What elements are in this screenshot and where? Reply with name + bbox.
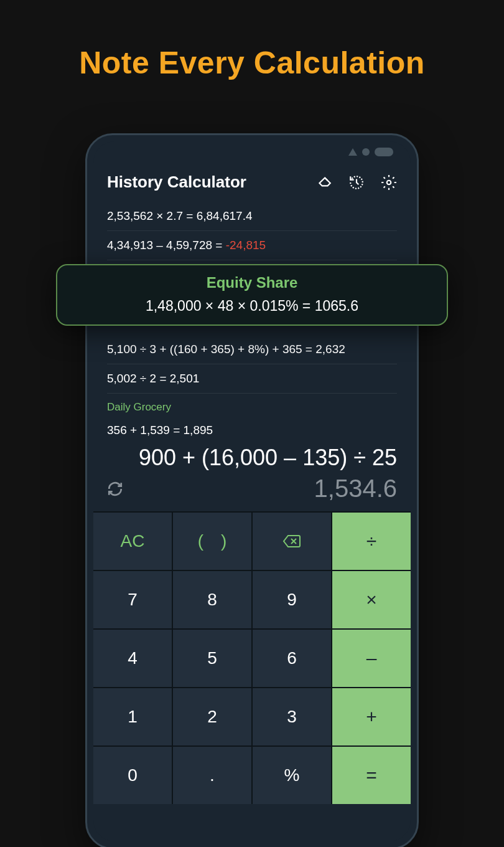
keypad: AC () ÷ 7 8 9 × 4 5 6 – 1 2 3 + 0 . % = [93, 511, 411, 804]
current-result: 1,534.6 [123, 475, 397, 503]
screen: History Calculator 2,53,562 × 2.7 = 6,84… [93, 141, 411, 841]
key-7[interactable]: 7 [93, 571, 172, 628]
calculation-expression: 1,48,000 × 48 × 0.015% = 1065.6 [72, 298, 432, 315]
history-row[interactable]: 4,34,913 – 4,59,728 = -24,815 [107, 231, 397, 260]
history-row[interactable]: 2,53,562 × 2.7 = 6,84,617.4 [107, 202, 397, 231]
current-calculation: 900 + (16,000 – 135) ÷ 25 1,534.6 [93, 445, 411, 511]
headline: Note Every Calculation [0, 0, 504, 81]
key-decimal[interactable]: . [173, 747, 251, 804]
settings-icon[interactable] [381, 174, 397, 191]
key-backspace[interactable] [253, 513, 331, 570]
phone-frame: History Calculator 2,53,562 × 2.7 = 6,84… [85, 133, 419, 847]
key-2[interactable]: 2 [173, 688, 251, 745]
history-note[interactable]: Daily Grocery [107, 394, 397, 416]
battery-icon [375, 148, 393, 156]
app-bar: History Calculator [93, 159, 411, 202]
refresh-icon[interactable] [107, 481, 123, 497]
app-title: History Calculator [107, 173, 300, 192]
key-6[interactable]: 6 [253, 630, 331, 687]
key-multiply[interactable]: × [332, 571, 411, 628]
key-add[interactable]: + [332, 688, 411, 745]
key-parentheses[interactable]: () [173, 513, 251, 570]
key-4[interactable]: 4 [93, 630, 172, 687]
key-8[interactable]: 8 [173, 571, 251, 628]
key-5[interactable]: 5 [173, 630, 251, 687]
current-expression: 900 + (16,000 – 135) ÷ 25 [107, 445, 397, 471]
key-subtract[interactable]: – [332, 630, 411, 687]
status-bar [93, 141, 411, 159]
history-row[interactable]: 356 + 1,539 = 1,895 [107, 416, 397, 445]
key-percent[interactable]: % [253, 747, 331, 804]
history-row[interactable]: 5,002 ÷ 2 = 2,501 [107, 364, 397, 394]
history-row[interactable]: 5,100 ÷ 3 + ((160 + 365) + 8%) + 365 = 2… [107, 335, 397, 364]
key-0[interactable]: 0 [93, 747, 172, 804]
key-1[interactable]: 1 [93, 688, 172, 745]
signal-icon [348, 148, 357, 156]
status-dot-icon [362, 148, 370, 156]
history-icon[interactable] [348, 174, 365, 191]
highlighted-calculation[interactable]: Equity Share 1,48,000 × 48 × 0.015% = 10… [56, 264, 448, 326]
backspace-icon [282, 534, 301, 548]
eraser-icon[interactable] [316, 174, 332, 191]
key-9[interactable]: 9 [253, 571, 331, 628]
key-3[interactable]: 3 [253, 688, 331, 745]
negative-value: -24,815 [226, 239, 266, 252]
key-divide[interactable]: ÷ [332, 513, 411, 570]
calculation-note-title: Equity Share [72, 274, 432, 291]
key-equals[interactable]: = [332, 747, 411, 804]
svg-point-0 [387, 180, 391, 184]
key-ac[interactable]: AC [93, 513, 172, 570]
